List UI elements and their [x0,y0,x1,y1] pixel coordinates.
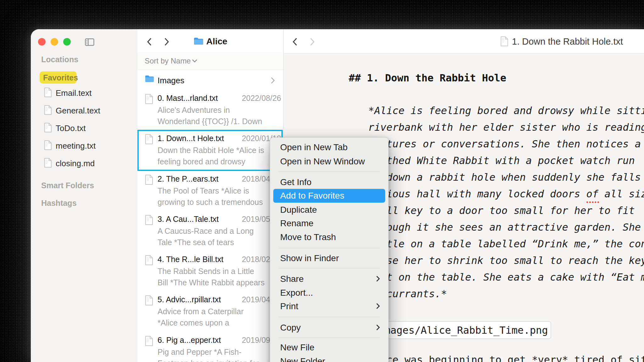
file-row[interactable]: 3. A Cau...Tale.txt 2019/05/10 A Caucus-… [137,213,283,253]
minimize-window-button[interactable] [51,38,58,46]
editor-header: 1. Down the Rabbit Hole.txt [283,29,644,53]
image-link-text: Images/Alice_Rabbit_Time.png [378,324,548,336]
document-icon [145,295,153,306]
file-row[interactable]: 2. The P...ears.txt 2018/04/20 The Pool … [137,173,283,213]
menu-item-move-to-trash[interactable]: Move to Trash [273,230,385,244]
zoom-window-button[interactable] [63,38,71,46]
menu-item-add-to-favorites[interactable]: Add to Favorites [273,189,385,203]
sidebar-item-label: ToDo.txt [56,123,86,133]
submenu-arrow-icon [376,302,380,310]
spellcheck-underline [586,194,599,203]
markdown-body[interactable]: *Alice is feeling bored and drowsy while… [368,102,644,302]
file-row-title: 0. Mast...rland.txt [158,92,218,104]
text-line: cause her to shrink too small to reach t… [368,252,644,269]
file-row[interactable]: 6. Pig a...epper.txt 2019/09/20 Pig and … [137,334,283,362]
menu-item-new-folder[interactable]: New Folder [273,354,385,362]
folder-icon [145,75,154,82]
file-row-preview: The Pool of Tears *Alice is [158,185,249,196]
menu-item-open-in-new-tab[interactable]: Open in New Tab [273,140,385,154]
menu-item-rename[interactable]: Rename [273,217,385,230]
document-icon [145,174,153,185]
file-row-title: 3. A Cau...Tale.txt [158,213,219,225]
favorites-label: Favorites [43,73,78,82]
forward-icon[interactable] [309,37,315,46]
menu-item-copy[interactable]: Copy [273,321,385,335]
document-icon [44,140,52,150]
toggle-sidebar-icon[interactable] [85,38,94,46]
menu-item-print[interactable]: Print [273,299,385,313]
sort-control[interactable]: Sort by Name [137,52,283,70]
sidebar-item-meeting[interactable]: meeting.txt [31,139,137,154]
sidebar-item-label: closing.md [56,159,95,168]
text-line: through it she sees an attractive garden… [368,219,644,236]
sidebar-item-email[interactable]: Email.text [31,86,137,101]
close-window-button[interactable] [38,38,46,46]
menu-item-new-file[interactable]: New File [273,341,385,354]
sidebar-item-closing[interactable]: closing.md [31,156,137,172]
chevron-right-icon [271,77,275,84]
markdown-heading: ## 1. Down the Rabbit Hole [349,71,506,85]
file-row-preview: growing to such a tremendous [158,196,263,208]
menu-separator [279,268,380,268]
menu-separator [279,317,380,317]
context-menu: Open in New Tab Open in New Window Get I… [270,137,389,362]
text-line: in currants.* [368,286,644,302]
document-icon [44,87,52,97]
file-row-preview: *Alice comes upon a [158,317,229,328]
sidebar-item-general[interactable]: General.text [31,104,137,119]
menu-separator [279,337,380,338]
menu-item-open-in-new-window[interactable]: Open in New Window [273,155,385,168]
text-line: clothed White Rabbit with a pocket watch… [368,152,644,169]
document-icon [44,105,52,115]
document-icon [145,94,153,104]
file-list-header: Alice [137,29,283,52]
sidebar-section-locations: Locations [41,55,78,64]
text-line: pictures or conversations. She then noti… [368,136,644,152]
text-line: left on the table. She eats a cake with … [368,269,644,286]
folder-icon [194,37,203,45]
menu-item-label: Share [280,274,304,284]
menu-item-get-info[interactable]: Get Info [273,175,385,189]
sidebar-item-favorites[interactable]: Favorites [40,71,77,84]
file-row[interactable]: 0. Mast...rland.txt 2022/08/26 Alice's A… [137,92,283,132]
image-link-chip[interactable]: Images/Alice_Rabbit_Time.png [374,321,551,339]
document-icon [500,36,508,47]
file-row-preview: Wonderland {{TOC}} /1. Down [158,116,262,127]
folder-row-label: Images [158,76,184,85]
file-row-preview: The Rabbit Sends in a Little [158,266,254,277]
menu-separator [279,171,380,172]
back-icon[interactable] [292,37,298,46]
menu-item-show-in-finder[interactable]: Show in Finder [273,251,385,265]
file-row-preview: Alice's Adventures in [158,104,230,116]
file-row-title: 6. Pig a...epper.txt [158,334,221,346]
folder-row-images[interactable]: Images [137,70,283,92]
app-window: Locations Favorites Email.text General.t… [31,29,644,362]
submenu-arrow-icon [376,275,380,282]
text-line: bottle on a table labelled “Drink me,” t… [368,236,644,252]
menu-item-export[interactable]: Export... [273,286,385,300]
file-list-pane: Alice Sort by Name Images 0. Mast...rlan… [137,29,284,362]
menu-item-label: Print [280,301,298,311]
sidebar-item-label: General.text [56,106,100,116]
document-icon [145,255,153,266]
menu-separator [279,248,380,248]
submenu-arrow-icon [376,324,380,331]
back-icon[interactable] [146,37,153,46]
document-icon [44,158,52,168]
text-line: curious hall with many locked doors of a… [368,186,644,202]
file-row-preview: Bill *The White Rabbit appears [158,277,264,288]
file-row-preview: Pig and Pepper *A Fish- [158,346,242,358]
file-row-date: 2022/08/26 [242,92,281,104]
file-row[interactable]: 5. Advic...rpillar.txt 2019/04/10 Advice… [137,293,283,334]
menu-item-duplicate[interactable]: Duplicate [273,203,385,217]
menu-item-share[interactable]: Share [273,272,385,286]
file-row-preview: Tale *The sea of tears [158,237,234,248]
file-row[interactable]: 4. The R...le Bill.txt 2018/02/10 The Ra… [137,253,283,293]
sidebar-section-hashtags[interactable]: Hashtags [41,199,77,207]
forward-icon[interactable] [164,37,170,46]
chevron-down-icon [192,59,197,63]
text-line: riverbank with her elder sister who is r… [368,119,644,136]
sidebar-item-todo[interactable]: ToDo.txt [31,121,137,136]
text-line: it down a rabbit hole when suddenly she … [368,169,644,186]
sidebar-section-smart-folders[interactable]: Smart Folders [41,181,94,190]
